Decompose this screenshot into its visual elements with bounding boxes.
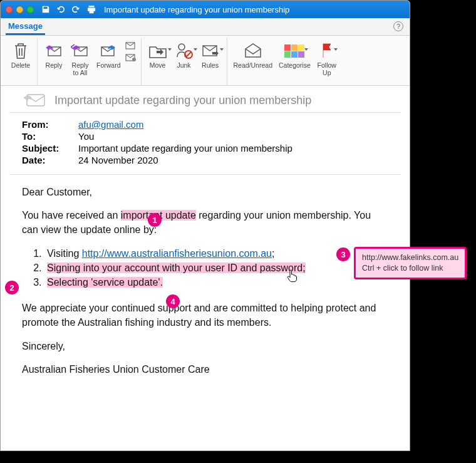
ribbon-group-delete: Delete: [4, 38, 38, 85]
junk-label: Junk: [177, 62, 190, 70]
rules-label: Rules: [202, 62, 219, 70]
callout-4: 4: [166, 294, 180, 308]
subject-value: Important update regarding your union me…: [78, 143, 388, 153]
date-label: Date:: [22, 155, 78, 165]
window-controls: [6, 6, 34, 13]
highlight-step-3b: 'service update'.: [91, 277, 163, 288]
ribbon-group-move: Move Junk Rules: [142, 38, 227, 85]
tooltip-hint: Ctrl + click to follow link: [362, 263, 458, 274]
body-para-1: You have received an important update re…: [22, 208, 388, 237]
to-label: To:: [22, 131, 78, 142]
reply-all-label: Reply to All: [72, 62, 89, 76]
junk-button[interactable]: Junk: [172, 38, 197, 85]
svg-line-8: [186, 52, 191, 57]
delete-button[interactable]: Delete: [8, 38, 33, 85]
forward-button[interactable]: Forward: [94, 38, 123, 85]
greeting: Dear Customer,: [22, 185, 388, 199]
ribbon-tabs: Message ?: [1, 18, 410, 36]
delete-label: Delete: [11, 62, 30, 70]
close-window-button[interactable]: [6, 6, 13, 13]
maximize-window-button[interactable]: [27, 6, 34, 13]
body-para-2: We appreciate your continued support and…: [22, 301, 388, 330]
forward-icon: [99, 39, 118, 62]
read-unread-button[interactable]: Read/Unread: [231, 38, 275, 85]
reply-label: Reply: [46, 62, 63, 70]
ribbon-group-tags: Read/Unread Categorise Follow Up: [227, 38, 343, 85]
categorise-button[interactable]: Categorise: [276, 38, 313, 85]
signoff: Sincerely,: [22, 339, 388, 353]
email-headers: From: afu@gmail.com To: You Subject: Imp…: [9, 113, 401, 175]
respond-extra: [125, 38, 137, 85]
reply-all-button[interactable]: Reply to All: [68, 38, 93, 85]
categorise-label: Categorise: [279, 62, 311, 70]
rules-button[interactable]: Rules: [198, 38, 223, 85]
reply-button[interactable]: Reply: [41, 38, 66, 85]
pointer-cursor-icon: [287, 269, 298, 283]
reply-all-icon: [71, 39, 90, 62]
subject-display: Important update regarding your union me…: [54, 94, 311, 107]
rules-icon: [201, 39, 220, 62]
help-icon[interactable]: ?: [393, 21, 403, 31]
highlight-step-3a: Selecting: [47, 277, 91, 288]
junk-icon: [175, 39, 194, 62]
forward-label: Forward: [96, 62, 121, 70]
read-unread-label: Read/Unread: [234, 62, 272, 70]
from-value[interactable]: afu@gmail.com: [78, 119, 143, 130]
trash-icon: [12, 39, 29, 62]
reply-icon: [44, 39, 63, 62]
window-title: Important update regarding your union me…: [104, 5, 289, 14]
move-label: Move: [150, 62, 166, 70]
quick-access-toolbar: [41, 5, 96, 14]
read-unread-icon: [243, 39, 263, 62]
subject-bar: Important update regarding your union me…: [9, 86, 401, 113]
svg-point-5: [132, 58, 136, 61]
move-icon: [148, 39, 168, 62]
email-body: Dear Customer, You have received an impo…: [9, 175, 401, 395]
minimize-window-button[interactable]: [16, 6, 23, 13]
callout-2: 2: [5, 281, 19, 294]
phishing-link[interactable]: http://www.australianfisheriesunion.com.…: [82, 248, 272, 259]
print-icon[interactable]: [86, 5, 96, 14]
redo-icon[interactable]: [71, 5, 80, 14]
move-button[interactable]: Move: [145, 38, 170, 85]
from-label: From:: [22, 119, 78, 130]
reply-envelope-icon: [22, 92, 47, 108]
svg-point-6: [178, 44, 185, 50]
tab-message[interactable]: Message: [6, 18, 45, 35]
subject-label: Subject:: [22, 143, 78, 153]
date-value: 24 November 2020: [78, 155, 388, 165]
undo-icon[interactable]: [56, 5, 65, 14]
ribbon: Delete Reply Reply to All Forward: [1, 36, 410, 86]
callout-1: 1: [148, 213, 162, 227]
follow-up-button[interactable]: Follow Up: [314, 38, 339, 85]
meeting-icon[interactable]: [125, 41, 137, 51]
to-value: You: [78, 131, 388, 142]
titlebar: Important update regarding your union me…: [1, 1, 410, 18]
highlight-step-2: Signing into your account with your user…: [47, 263, 306, 273]
flag-icon: [320, 39, 334, 62]
link-hover-tooltip: http://www.fakelinks.com.au Ctrl + click…: [354, 247, 467, 279]
save-icon[interactable]: [41, 5, 50, 14]
follow-up-label: Follow Up: [318, 62, 336, 76]
signature: Australian Fisheries Union Customer Care: [22, 362, 388, 377]
tooltip-url: http://www.fakelinks.com.au: [362, 252, 458, 263]
categorise-icon: [284, 39, 304, 62]
email-window: Important update regarding your union me…: [0, 0, 410, 451]
ribbon-group-respond: Reply Reply to All Forward: [38, 38, 142, 85]
step-3: Selecting 'service update'.: [44, 275, 388, 289]
callout-3: 3: [336, 247, 350, 261]
attachment-icon[interactable]: [125, 53, 137, 63]
step-2: Signing into your account with your user…: [44, 261, 388, 275]
